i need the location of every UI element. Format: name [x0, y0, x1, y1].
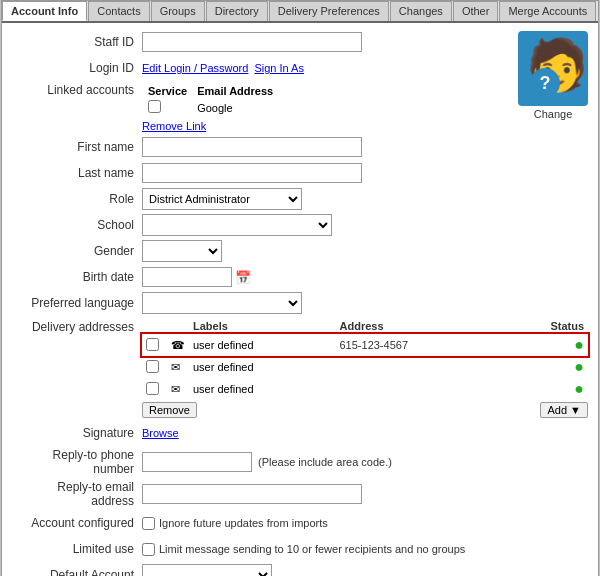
role-label: Role [12, 192, 142, 206]
limited-use-control: Limit message sending to 10 or fewer rec… [142, 543, 588, 556]
delivery-actions: Remove Add ▼ [142, 402, 588, 418]
phone-status-icon: ● [574, 336, 584, 353]
first-name-input[interactable] [142, 137, 362, 157]
delivery-row-email1: ✉ user defined ● [142, 356, 588, 378]
account-configured-text: Ignore future updates from imports [159, 517, 328, 529]
limited-use-label: Limited use [12, 542, 142, 556]
school-row: School [12, 214, 588, 236]
delivery-header-row: Labels Address Status [142, 318, 588, 334]
first-name-label: First name [12, 140, 142, 154]
school-control [142, 214, 588, 236]
sign-in-as-button[interactable]: Sign In As [254, 62, 304, 74]
delivery-email2-checkbox[interactable] [146, 382, 159, 395]
avatar-question-badge: ? [530, 68, 560, 98]
reply-phone-control: (Please include area code.) [142, 452, 588, 472]
delivery-row-email1-address-cell [336, 356, 500, 378]
reply-phone-label: Reply-to phone number [12, 448, 142, 476]
delivery-row-email2-address-cell [336, 378, 500, 400]
delivery-row-email1-status-cell: ● [499, 356, 588, 378]
delivery-row-phone-label-cell: user defined [189, 334, 336, 356]
linked-accounts-label: Linked accounts [12, 83, 142, 97]
limited-use-text: Limit message sending to 10 or fewer rec… [159, 543, 465, 555]
first-name-control [142, 137, 588, 157]
google-checkbox[interactable] [148, 100, 161, 113]
delivery-row-email2: ✉ user defined ● [142, 378, 588, 400]
tab-groups[interactable]: Groups [151, 1, 205, 21]
role-row: Role District Administrator Teacher Stud… [12, 188, 588, 210]
remove-link-button[interactable]: Remove Link [142, 120, 588, 132]
account-configured-label: Account configured [12, 516, 142, 530]
birth-date-row: Birth date 📅 [12, 266, 588, 288]
tab-delivery-prefs[interactable]: Delivery Preferences [269, 1, 389, 21]
gender-control: Male Female [142, 240, 588, 262]
account-configured-checkbox[interactable] [142, 517, 155, 530]
tab-account-info[interactable]: Account Info [2, 1, 87, 21]
login-id-row: Login ID Edit Login / Password Sign In A… [12, 57, 588, 79]
avatar-image: 🧑 ? [518, 31, 588, 106]
signature-control: Browse [142, 426, 588, 440]
browse-button[interactable]: Browse [142, 427, 179, 439]
calendar-icon[interactable]: 📅 [235, 270, 251, 285]
edit-login-button[interactable]: Edit Login / Password [142, 62, 248, 74]
last-name-label: Last name [12, 166, 142, 180]
tab-directory[interactable]: Directory [206, 1, 268, 21]
avatar-change-label[interactable]: Change [518, 108, 588, 120]
default-account-control [142, 564, 588, 576]
delivery-email1-checkbox[interactable] [146, 360, 159, 373]
last-name-row: Last name [12, 162, 588, 184]
reply-email-label: Reply-to email address [12, 480, 142, 508]
preferred-lang-row: Preferred language [12, 292, 588, 314]
email1-status-icon: ● [574, 358, 584, 375]
form-area: 🧑 ? Change Staff ID Login ID Edit Login … [2, 23, 598, 576]
first-name-row: First name [12, 136, 588, 158]
avatar: 🧑 ? Change [518, 31, 588, 120]
delivery-row-phone-address-cell: 615-123-4567 [336, 334, 500, 356]
tab-bar: Account Info Contacts Groups Directory D… [2, 1, 598, 23]
gender-select[interactable]: Male Female [142, 240, 222, 262]
reply-phone-input[interactable] [142, 452, 252, 472]
delivery-row-email1-label-cell: user defined [189, 356, 336, 378]
reply-phone-hint: (Please include area code.) [258, 456, 392, 468]
linked-header-row: Service Email Address [144, 85, 277, 97]
default-account-select[interactable] [142, 564, 272, 576]
account-configured-control: Ignore future updates from imports [142, 517, 588, 530]
login-id-label: Login ID [12, 61, 142, 75]
delivery-row-phone-status-cell: ● [499, 334, 588, 356]
staff-id-input[interactable] [142, 32, 362, 52]
birth-date-input[interactable] [142, 267, 232, 287]
delivery-row-phone-check-cell [142, 334, 167, 356]
limited-use-checkbox[interactable] [142, 543, 155, 556]
service-header: Service [144, 85, 191, 97]
tab-contacts[interactable]: Contacts [88, 1, 149, 21]
delivery-remove-button[interactable]: Remove [142, 402, 197, 418]
phone-icon: ☎ [171, 339, 185, 351]
preferred-lang-control [142, 292, 588, 314]
tab-merge-accounts[interactable]: Merge Accounts [499, 1, 596, 21]
delivery-row-phone-icon-cell: ☎ [167, 334, 189, 356]
gender-label: Gender [12, 244, 142, 258]
delivery-add-button[interactable]: Add ▼ [540, 402, 588, 418]
delivery-row-email1-icon-cell: ✉ [167, 356, 189, 378]
delivery-icon-header [167, 318, 189, 334]
delivery-addresses-label: Delivery addresses [12, 318, 142, 334]
delivery-row-email2-check-cell [142, 378, 167, 400]
tab-changes[interactable]: Changes [390, 1, 452, 21]
account-window: Account Info Contacts Groups Directory D… [1, 0, 599, 576]
birth-date-label: Birth date [12, 270, 142, 284]
signature-row: Signature Browse [12, 422, 588, 444]
account-configured-row: Account configured Ignore future updates… [12, 512, 588, 534]
delivery-addresses-row: Delivery addresses Labels Address Status [12, 318, 588, 418]
tab-other[interactable]: Other [453, 1, 499, 21]
preferred-lang-select[interactable] [142, 292, 302, 314]
delivery-row-email1-check-cell [142, 356, 167, 378]
role-select[interactable]: District Administrator Teacher Student S… [142, 188, 302, 210]
delivery-phone-checkbox[interactable] [146, 338, 159, 351]
reply-email-row: Reply-to email address [12, 480, 588, 508]
reply-email-control [142, 484, 588, 504]
email2-icon: ✉ [171, 383, 180, 395]
reply-email-input[interactable] [142, 484, 362, 504]
linked-accounts-row: Linked accounts Service Email Address Go… [12, 83, 588, 132]
delivery-row-email2-icon-cell: ✉ [167, 378, 189, 400]
school-select[interactable] [142, 214, 332, 236]
last-name-input[interactable] [142, 163, 362, 183]
